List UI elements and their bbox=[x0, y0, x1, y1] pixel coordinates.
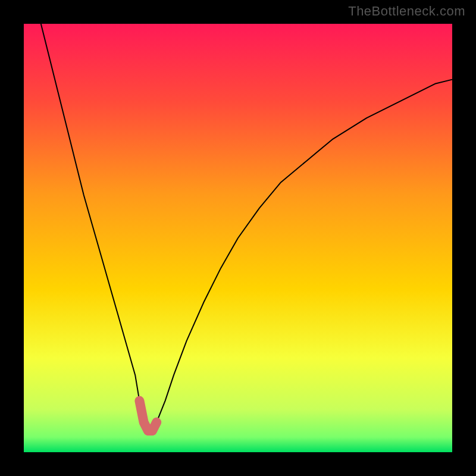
watermark-text: TheBottleneck.com bbox=[348, 4, 465, 19]
bottleneck-chart bbox=[0, 0, 476, 476]
chart-container: TheBottleneck.com bbox=[0, 0, 476, 476]
